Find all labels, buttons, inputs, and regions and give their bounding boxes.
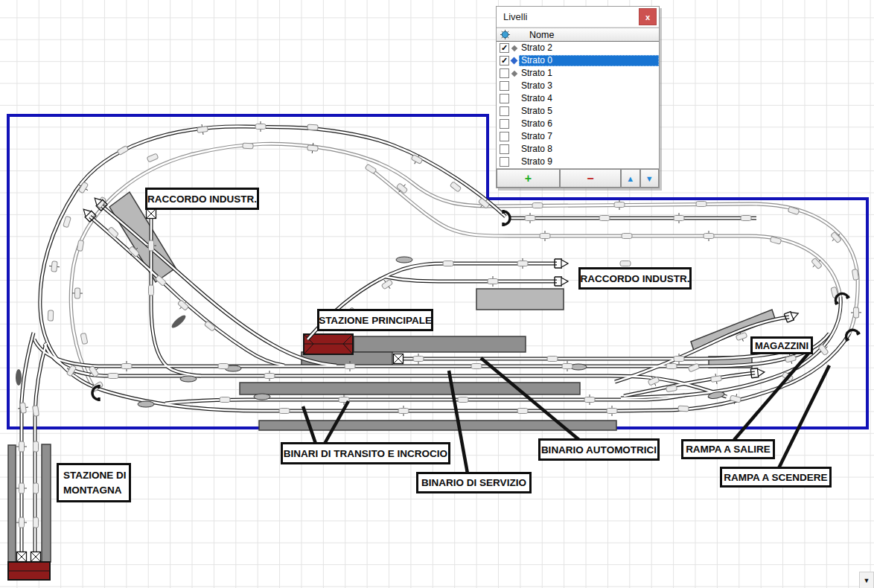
label-binario-servizio[interactable]: BINARIO DI SERVIZIO xyxy=(416,472,532,493)
layer-row[interactable]: Strato 1 xyxy=(497,67,659,80)
layer-row[interactable]: Strato 3 xyxy=(497,80,659,92)
layer-visibility-checkbox[interactable] xyxy=(500,119,509,129)
layer-row[interactable]: Strato 2 xyxy=(497,42,659,54)
layers-panel-toolbar: + − ▲ ▼ xyxy=(497,168,659,188)
move-layer-down-button[interactable]: ▼ xyxy=(640,169,660,188)
move-layer-up-button[interactable]: ▲ xyxy=(621,169,640,188)
layer-name[interactable]: Strato 5 xyxy=(519,106,659,117)
layer-row[interactable]: Strato 9 xyxy=(497,156,659,168)
layer-visibility-checkbox[interactable] xyxy=(500,106,509,116)
layer-marker-icon xyxy=(511,45,517,51)
layer-name[interactable]: Strato 2 xyxy=(519,42,659,54)
tracks-elevated xyxy=(71,144,858,392)
layer-name[interactable]: Strato 9 xyxy=(519,156,659,167)
eye-icon xyxy=(500,30,510,39)
label-stazione-principale[interactable]: STAZIONE PRINCIPALE xyxy=(317,309,433,331)
track-plan-canvas[interactable]: RACCORDO INDUSTR. RACCORDO INDUSTR. STAZ… xyxy=(0,0,874,588)
layer-name[interactable]: Strato 0 xyxy=(519,55,659,66)
layer-name[interactable]: Strato 6 xyxy=(519,118,659,130)
layer-visibility-checkbox[interactable] xyxy=(500,81,509,91)
layer-visibility-checkbox[interactable] xyxy=(500,43,509,53)
layer-marker-icon xyxy=(511,70,517,76)
layer-name[interactable]: Strato 3 xyxy=(519,80,659,92)
layer-name[interactable]: Strato 4 xyxy=(519,93,659,104)
label-raccordo-industr-1[interactable]: RACCORDO INDUSTR. xyxy=(145,188,259,210)
label-magazzini[interactable]: MAGAZZINI xyxy=(750,336,813,354)
label-binario-automotrici[interactable]: BINARIO AUTOMOTRICI xyxy=(538,438,660,461)
layer-visibility-checkbox[interactable] xyxy=(500,56,509,65)
label-raccordo-industr-2[interactable]: RACCORDO INDUSTR. xyxy=(578,267,692,290)
scrollbar-down-button[interactable]: ▼ xyxy=(859,572,874,588)
layer-visibility-checkbox[interactable] xyxy=(500,132,509,141)
layer-name[interactable]: Strato 7 xyxy=(519,131,659,142)
layers-list: Strato 2 Strato 0 Strato 1 Strato 3 Stra… xyxy=(497,42,659,168)
layer-visibility-checkbox[interactable] xyxy=(500,68,509,78)
layer-marker-icon xyxy=(511,57,518,65)
layer-row[interactable]: Strato 6 xyxy=(497,118,659,130)
mountain-station-building xyxy=(8,562,50,580)
label-binari-transito[interactable]: BINARI DI TRANSITO E INCROCIO xyxy=(281,442,450,464)
layer-row[interactable]: Strato 4 xyxy=(497,92,659,105)
layer-row[interactable]: Strato 7 xyxy=(497,130,659,143)
close-icon[interactable]: x xyxy=(639,8,657,25)
platforms xyxy=(8,192,775,580)
layer-name[interactable]: Strato 1 xyxy=(519,68,659,79)
layer-row[interactable]: Strato 0 xyxy=(497,54,659,67)
label-rampa-scendere[interactable]: RAMPA A SCENDERE xyxy=(720,467,832,488)
layer-visibility-checkbox[interactable] xyxy=(500,157,509,167)
layers-panel: Livelli x Nome Strato 2 Strato 0 xyxy=(496,6,660,188)
add-layer-button[interactable]: + xyxy=(497,169,560,188)
layers-panel-title: Livelli xyxy=(503,11,528,22)
layers-panel-titlebar[interactable]: Livelli x xyxy=(497,7,659,28)
layer-name[interactable]: Strato 8 xyxy=(519,144,659,155)
label-stazione-montagna[interactable]: STAZIONE DI MONTAGNA xyxy=(57,463,131,502)
label-rampa-salire[interactable]: RAMPA A SALIRE xyxy=(681,439,775,459)
layers-header: Nome xyxy=(497,28,659,42)
layer-visibility-checkbox[interactable] xyxy=(500,144,509,154)
layer-row[interactable]: Strato 8 xyxy=(497,143,659,156)
remove-layer-button[interactable]: − xyxy=(560,169,621,188)
name-column-header[interactable]: Nome xyxy=(529,30,554,40)
track-plan-drawing xyxy=(0,0,874,588)
layer-visibility-checkbox[interactable] xyxy=(500,94,509,103)
baseboard-outline xyxy=(8,115,867,428)
layer-row[interactable]: Strato 5 xyxy=(497,105,659,118)
